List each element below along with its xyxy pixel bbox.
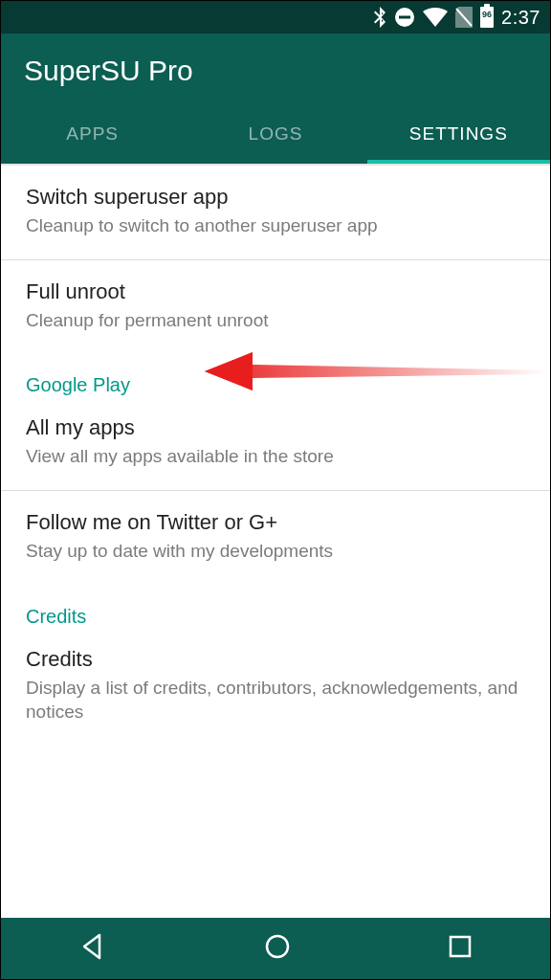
tab-logs[interactable]: LOGS (184, 104, 366, 164)
setting-follow-me[interactable]: Follow me on Twitter or G+ Stay up to da… (1, 491, 550, 585)
status-time: 2:37 (501, 7, 540, 29)
no-sim-icon (455, 7, 473, 28)
svg-rect-1 (399, 16, 410, 19)
app-title: SuperSU Pro (24, 55, 527, 87)
tab-settings-label: SETTINGS (409, 123, 508, 145)
setting-subtitle: Cleanup to switch to another superuser a… (26, 213, 525, 238)
app-bar: SuperSU Pro (1, 33, 550, 104)
setting-all-my-apps[interactable]: All my apps View all my apps available i… (1, 406, 550, 490)
tab-bar: APPS LOGS SETTINGS (1, 104, 550, 164)
settings-list: Switch superuser app Cleanup to switch t… (1, 166, 550, 918)
setting-subtitle: Stay up to date with my developments (26, 539, 525, 564)
setting-title: Credits (26, 647, 525, 672)
setting-credits[interactable]: Credits Display a list of credits, contr… (1, 637, 550, 746)
tab-apps-label: APPS (66, 123, 119, 145)
wifi-icon (423, 8, 448, 27)
setting-title: All my apps (26, 415, 525, 440)
navigation-bar (1, 918, 550, 979)
section-header-google-play: Google Play (1, 353, 550, 406)
nav-home-button[interactable] (263, 932, 292, 965)
setting-title: Follow me on Twitter or G+ (26, 510, 525, 535)
setting-full-unroot[interactable]: Full unroot Cleanup for permanent unroot (1, 260, 550, 354)
tab-logs-label: LOGS (249, 123, 303, 145)
tab-active-indicator (367, 160, 550, 164)
bluetooth-icon (373, 7, 386, 28)
setting-subtitle: Cleanup for permanent unroot (26, 308, 525, 333)
battery-level: 96 (480, 10, 494, 19)
nav-recent-button[interactable] (448, 934, 473, 963)
status-bar: 96 2:37 (1, 1, 550, 33)
svg-rect-4 (451, 937, 470, 956)
setting-title: Full unroot (26, 279, 525, 304)
section-header-credits: Credits (1, 585, 550, 637)
nav-back-button[interactable] (78, 932, 107, 965)
do-not-disturb-icon (394, 7, 415, 28)
setting-switch-superuser[interactable]: Switch superuser app Cleanup to switch t… (1, 166, 550, 259)
setting-subtitle: View all my apps available in the store (26, 444, 525, 469)
tab-settings[interactable]: SETTINGS (367, 104, 550, 164)
setting-subtitle: Display a list of credits, contributors,… (26, 676, 525, 724)
battery-icon: 96 (480, 7, 494, 28)
tab-apps[interactable]: APPS (1, 104, 184, 164)
setting-title: Switch superuser app (26, 185, 525, 210)
svg-point-3 (267, 936, 288, 957)
